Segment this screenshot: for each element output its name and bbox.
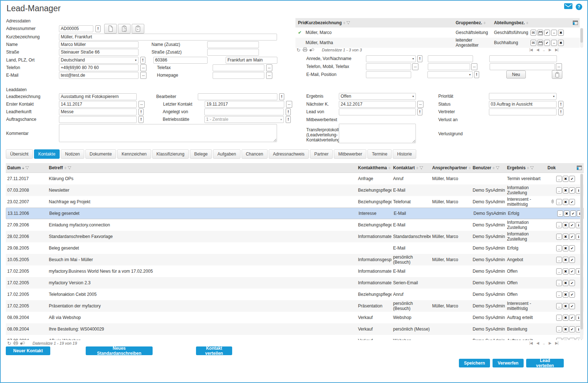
kontakt-table-row[interactable]: 27.11.2017 Klärung OPs Anfrage Anruf Mül… [6, 173, 584, 184]
filter-icon[interactable] [530, 166, 534, 170]
sort-icon[interactable] [526, 22, 528, 24]
row-check-button[interactable]: ✔ [569, 234, 575, 240]
kurzbezeichnung-input[interactable] [59, 34, 277, 41]
col-benutzer[interactable]: Benutzer [471, 165, 506, 170]
tab-notizen[interactable]: Notizen [61, 149, 84, 159]
plz-input[interactable] [153, 57, 208, 64]
column-config-icon[interactable] [577, 166, 582, 170]
row-check-button[interactable]: ✔ [569, 176, 575, 182]
kommentar-textarea[interactable] [59, 124, 277, 142]
tab-mitbewerber[interactable]: Mitbewerber [334, 149, 366, 159]
print-icon[interactable] [13, 341, 18, 346]
sort-icon[interactable] [493, 167, 495, 169]
nachname-input[interactable] [489, 55, 557, 62]
row-more-button[interactable]: .. [556, 187, 562, 193]
tab-partner[interactable]: Partner [310, 149, 333, 159]
row-delete-button[interactable]: ✖ [563, 199, 568, 205]
kontakt-table-row[interactable]: 07.09.2004 AB via Webshop Verkauf Websho… [6, 335, 584, 340]
col-kontaktthema[interactable]: Kontaktthema [357, 165, 392, 170]
sort-icon[interactable] [469, 167, 471, 169]
erster-kontakt-input[interactable] [59, 101, 137, 108]
kontakt-telefax-input[interactable] [490, 63, 555, 70]
row-calendar-button[interactable] [537, 40, 543, 46]
row-delete-button[interactable]: ✖ [563, 268, 568, 275]
strasse-input[interactable] [59, 49, 139, 56]
row-more-button[interactable]: .. [556, 176, 562, 182]
refresh-icon[interactable]: ↻ [297, 48, 301, 52]
angelegt-von-required-button[interactable]: ! [286, 108, 291, 115]
tab-dokumente[interactable]: Dokumente [85, 149, 116, 159]
lead-verteilen-button[interactable]: Lead verteilen [526, 359, 564, 367]
contacts-vertical-scrollbar[interactable] [580, 28, 583, 48]
kontakt-table-row[interactable]: 10.05.2005 Besuch im Mai - Müller Inform… [6, 254, 584, 265]
erster-kontakt-picker-button[interactable]: ... [139, 101, 145, 108]
telefax-input[interactable] [213, 64, 264, 71]
kontakt-table-row[interactable]: 17.02.2005 Telefonaktion Cebit 2005 Bezi… [6, 289, 584, 300]
mail-icon[interactable] [564, 3, 572, 10]
row-check-button[interactable]: ✔ [569, 315, 575, 321]
kontakt-email-input[interactable] [366, 71, 411, 78]
transferprotokoll-textarea[interactable] [339, 124, 416, 143]
leadherkunft-input[interactable] [59, 108, 137, 115]
vorname-input[interactable] [428, 55, 473, 62]
contacts-col-prio[interactable]: Prio [295, 20, 306, 25]
contacts-col-kurzbezeichnung[interactable]: Kurzbezeichnung [306, 20, 456, 25]
telefon-input[interactable] [59, 64, 139, 71]
ort-input[interactable] [226, 57, 277, 64]
kontakt-table-row[interactable]: 17.02.2005 myfactory.Business World News… [6, 265, 584, 277]
tab-adressnachweis[interactable]: Adressnachweis [269, 149, 309, 159]
row-calendar-button[interactable] [537, 30, 543, 36]
kontakt-telefon-input[interactable] [366, 63, 411, 70]
tab-termine[interactable]: Termine [367, 149, 392, 159]
pager-more-icon[interactable]: ... [543, 341, 545, 345]
row-check-button[interactable]: ✔ [544, 40, 550, 46]
row-dash-button[interactable]: – [551, 40, 557, 46]
email-input[interactable] [59, 72, 139, 79]
kontakt-table-row[interactable]: 29.08.2005 Beleg gesendet E-Mail Demo Sy… [6, 242, 584, 254]
clipboard-button[interactable] [552, 70, 562, 79]
row-delete-button[interactable]: ✖ [563, 245, 568, 251]
pager-prev-icon[interactable]: ◀ [536, 48, 539, 52]
kontakt-table-row[interactable]: 17.02.2005 myfactory Version 2.3 Informa… [6, 277, 584, 289]
row-check-button[interactable]: ✔ [569, 303, 575, 309]
row-dash-button[interactable]: – [551, 30, 557, 36]
kontakt-table-row[interactable]: 27.09.2006 Einladung myfactory.connectio… [6, 219, 584, 231]
sort-icon[interactable] [343, 22, 345, 24]
bearbeiter-required-button[interactable]: ! [279, 93, 284, 100]
kontakt-verteilen-button[interactable]: Kontakt verteilen [196, 346, 232, 355]
kontakt-table-row[interactable]: 08.09.2004 Ihre Bestellung: WS0400029 Ve… [6, 323, 584, 335]
sort-icon[interactable] [388, 167, 391, 169]
adressnummer-required-button[interactable]: ! [95, 25, 101, 32]
tab-klassifizierung[interactable]: Klassifizierung [152, 149, 189, 159]
row-check-button[interactable]: ✔ [569, 187, 575, 193]
pager-next-icon[interactable]: ▶ [549, 341, 551, 345]
kontakt-mobil-input[interactable] [428, 63, 470, 70]
kontakt-telefon-more-button[interactable]: ... [412, 63, 418, 70]
records-icon[interactable] [310, 48, 314, 52]
row-more-button[interactable]: .. [556, 315, 562, 321]
row-delete-button[interactable]: ✖ [563, 303, 568, 309]
row-check-button[interactable]: ✔ [569, 338, 575, 340]
naechster-kontakt-input[interactable] [339, 101, 416, 108]
contacts-col-abteilungsbez[interactable]: Abteilungsbez. [494, 20, 529, 25]
row-mail-button[interactable]: ✉ [531, 40, 536, 46]
column-config-icon[interactable] [573, 21, 578, 25]
tab-chancen[interactable]: Chancen [242, 149, 268, 159]
naechster-kontakt-picker-button[interactable]: ... [417, 101, 423, 108]
telefax-more-button[interactable]: ... [266, 64, 272, 71]
letzter-kontakt-picker-button[interactable]: ... [286, 101, 292, 108]
filter-icon[interactable] [496, 166, 499, 170]
new-record-button[interactable] [104, 24, 117, 34]
name-zusatz-input[interactable] [207, 41, 259, 48]
lead-von-input[interactable] [339, 108, 416, 115]
tab-belege[interactable]: Belege [190, 149, 212, 159]
col-ansprechpartner[interactable]: Ansprechpartner [431, 165, 471, 170]
sort-icon[interactable] [527, 167, 529, 169]
filter-icon[interactable] [419, 166, 423, 170]
row-delete-button[interactable]: ✖ [564, 210, 570, 217]
pager-last-icon[interactable]: ▶| [555, 341, 558, 345]
angelegt-von-input[interactable] [204, 108, 284, 115]
row-check-button[interactable]: ✔ [569, 257, 575, 263]
row-more-button[interactable]: .. [556, 280, 562, 286]
pager-prev-icon[interactable]: ◀ [536, 341, 539, 345]
